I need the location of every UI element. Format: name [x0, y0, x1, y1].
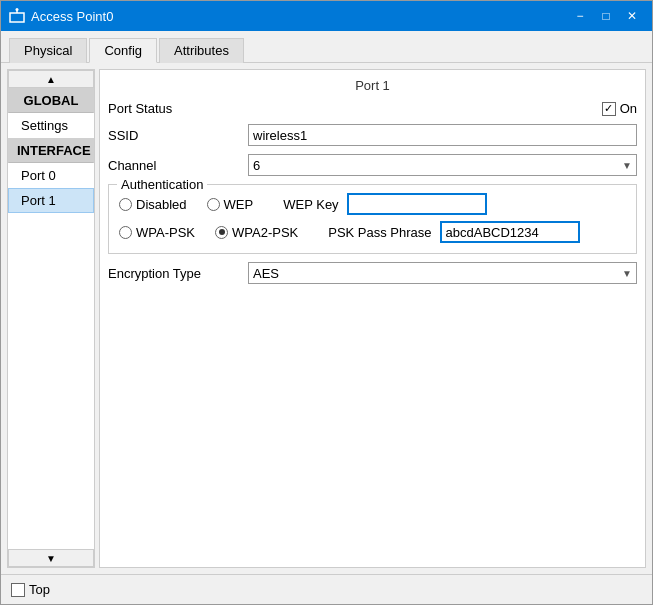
port-status-label: Port Status — [108, 101, 248, 116]
psk-pass-phrase-label: PSK Pass Phrase — [328, 225, 431, 240]
auth-legend: Authentication — [117, 177, 207, 192]
wep-key-row: WEP Key — [283, 193, 486, 215]
channel-select[interactable]: 6 ▼ — [248, 154, 637, 176]
radio-disabled[interactable]: Disabled — [119, 197, 187, 212]
psk-pass-phrase-row: PSK Pass Phrase — [328, 221, 579, 243]
psk-pass-phrase-input[interactable] — [440, 221, 580, 243]
sidebar-item-global[interactable]: GLOBAL — [8, 88, 94, 113]
close-button[interactable]: ✕ — [620, 4, 644, 28]
sidebar-scroll-up[interactable]: ▲ — [8, 70, 94, 88]
auth-row-2: WPA-PSK WPA2-PSK PSK Pass Phrase — [119, 221, 626, 243]
radio-wep-label: WEP — [224, 197, 254, 212]
sidebar-items: GLOBAL Settings INTERFACE Port 0 Port 1 — [8, 88, 94, 567]
bottom-bar: Top — [1, 574, 652, 604]
authentication-group: Authentication Disabled WEP WEP Key — [108, 184, 637, 254]
title-bar: Access Point0 − □ ✕ — [1, 1, 652, 31]
port-status-right: ✓ On — [248, 101, 637, 116]
port-status-checkbox-container: ✓ On — [602, 101, 637, 116]
encryption-select-arrow: ▼ — [622, 268, 632, 279]
svg-point-2 — [16, 8, 19, 11]
radio-wep[interactable]: WEP — [207, 197, 254, 212]
ssid-label: SSID — [108, 128, 248, 143]
radio-wpa-psk-label: WPA-PSK — [136, 225, 195, 240]
port-status-checkbox[interactable]: ✓ — [602, 102, 616, 116]
tab-bar: Physical Config Attributes — [1, 31, 652, 63]
ssid-row: SSID — [108, 124, 637, 146]
port-status-row: Port Status ✓ On — [108, 101, 637, 116]
auth-row-1: Disabled WEP WEP Key — [119, 193, 626, 215]
channel-select-arrow: ▼ — [622, 160, 632, 171]
content-panel: Port 1 Port Status ✓ On SSID Channel — [99, 69, 646, 568]
maximize-button[interactable]: □ — [594, 4, 618, 28]
radio-wpa2-psk-label: WPA2-PSK — [232, 225, 298, 240]
radio-wpa-psk-btn[interactable] — [119, 226, 132, 239]
channel-label: Channel — [108, 158, 248, 173]
encryption-type-row: Encryption Type AES ▼ — [108, 262, 637, 284]
channel-value: 6 — [253, 158, 260, 173]
main-content: ▲ GLOBAL Settings INTERFACE Port 0 Port … — [1, 63, 652, 574]
wep-key-label: WEP Key — [283, 197, 338, 212]
tab-config[interactable]: Config — [89, 38, 157, 63]
top-checkbox[interactable] — [11, 583, 25, 597]
scroll-down-arrow: ▼ — [46, 553, 56, 564]
radio-wpa2-psk[interactable]: WPA2-PSK — [215, 225, 298, 240]
sidebar-item-port0[interactable]: Port 0 — [8, 163, 94, 188]
window-controls: − □ ✕ — [568, 4, 644, 28]
port-status-on-label: On — [620, 101, 637, 116]
radio-wep-btn[interactable] — [207, 198, 220, 211]
svg-rect-0 — [10, 13, 24, 22]
app-window: Access Point0 − □ ✕ Physical Config Attr… — [0, 0, 653, 605]
sidebar-item-port1[interactable]: Port 1 — [8, 188, 94, 213]
tab-physical[interactable]: Physical — [9, 38, 87, 63]
sidebar-scroll-down[interactable]: ▼ — [8, 549, 94, 567]
radio-disabled-btn[interactable] — [119, 198, 132, 211]
radio-disabled-label: Disabled — [136, 197, 187, 212]
ssid-input[interactable] — [248, 124, 637, 146]
top-checkbox-container: Top — [11, 582, 50, 597]
sidebar-item-interface[interactable]: INTERFACE — [8, 138, 94, 163]
tab-attributes[interactable]: Attributes — [159, 38, 244, 63]
top-checkbox-label: Top — [29, 582, 50, 597]
wep-key-input[interactable] — [347, 193, 487, 215]
minimize-button[interactable]: − — [568, 4, 592, 28]
encryption-type-value: AES — [253, 266, 279, 281]
radio-wpa2-psk-btn[interactable] — [215, 226, 228, 239]
radio-wpa-psk[interactable]: WPA-PSK — [119, 225, 195, 240]
port-header: Port 1 — [108, 78, 637, 93]
scroll-up-arrow: ▲ — [46, 74, 56, 85]
sidebar: ▲ GLOBAL Settings INTERFACE Port 0 Port … — [7, 69, 95, 568]
encryption-type-select[interactable]: AES ▼ — [248, 262, 637, 284]
window-title: Access Point0 — [31, 9, 568, 24]
app-icon — [9, 8, 25, 24]
encryption-type-label: Encryption Type — [108, 266, 248, 281]
channel-row: Channel 6 ▼ — [108, 154, 637, 176]
sidebar-item-settings[interactable]: Settings — [8, 113, 94, 138]
